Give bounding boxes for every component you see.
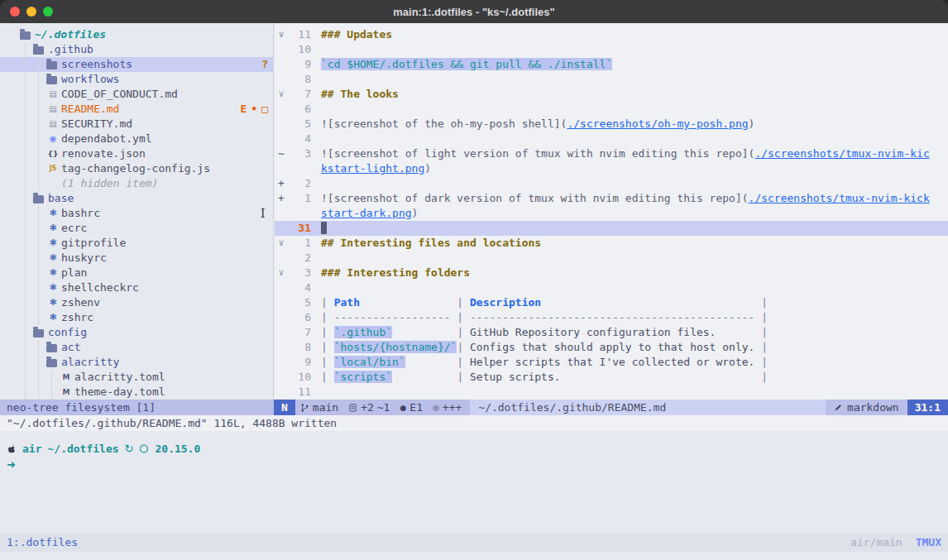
text-segment: ### Updates: [321, 28, 392, 41]
text-segment: `cd $HOME/.dotfiles && git pull && ./ins…: [321, 58, 612, 70]
hidden-items-note[interactable]: (1 hidden item): [0, 176, 273, 191]
editor-line[interactable]: 6| ------------------ | ----------------…: [275, 310, 948, 325]
folder-icon: [33, 329, 44, 337]
tree-item[interactable]: JStag-changelog-config.js: [0, 161, 273, 176]
editor-line[interactable]: 5![screenshot of the oh-my-posh shell](.…: [275, 117, 948, 132]
editor-line[interactable]: ∨7## The looks: [275, 87, 948, 102]
shell-input-line[interactable]: ➜: [0, 457, 948, 472]
tree-item[interactable]: ~/.dotfiles: [0, 27, 273, 42]
tree-item[interactable]: ✱zshrc: [0, 310, 273, 325]
tree-item[interactable]: workflows: [0, 72, 273, 87]
pencil-icon: [834, 403, 843, 412]
neo-tree-status-text: neo-tree filesystem [1]: [7, 400, 156, 415]
editor-line[interactable]: ∨3### Interesting folders: [275, 266, 948, 280]
config-file-icon: ✱: [46, 236, 60, 251]
git-branch-segment[interactable]: main: [295, 400, 343, 415]
editor-line[interactable]: ∨1## Interesting files and locations: [275, 236, 948, 251]
tmux-session[interactable]: 1:.dotfiles: [7, 535, 78, 550]
markdown-link[interactable]: ./screenshots/tmux-nvim-kic: [754, 147, 929, 160]
markdown-link[interactable]: kstart-light.png: [321, 162, 424, 175]
tree-item[interactable]: base: [0, 191, 273, 206]
mode-indicator: N: [274, 400, 295, 415]
editor-line[interactable]: 8: [275, 72, 948, 87]
editor-line[interactable]: ∨11### Updates: [275, 27, 948, 42]
editor-line[interactable]: ~3![screenshot of light version of tmux …: [275, 146, 948, 161]
gutter-spacer: [275, 42, 288, 57]
editor-line[interactable]: 9`cd $HOME/.dotfiles && git pull && ./in…: [275, 57, 948, 72]
editor-line[interactable]: 5| Path | Description |: [275, 295, 948, 310]
editor-line[interactable]: 11: [275, 385, 948, 400]
editor-line[interactable]: kstart-light.png): [275, 161, 948, 176]
tree-item[interactable]: ✱bashrc: [0, 206, 273, 221]
indent-guide: [20, 176, 33, 191]
js-file-icon: JS: [46, 161, 60, 176]
fold-marker-icon[interactable]: ∨: [275, 236, 288, 251]
tree-item[interactable]: {}renovate.json: [0, 146, 273, 161]
editor-line[interactable]: 6: [275, 102, 948, 117]
node-icon: [139, 443, 149, 454]
editor-line[interactable]: 7| `.github` | GitHub Repository configu…: [275, 325, 948, 340]
tree-item[interactable]: ▤README.mdE•□: [0, 102, 273, 117]
indent-guide: [20, 72, 33, 87]
close-button[interactable]: [10, 7, 20, 17]
line-number: 1: [288, 236, 311, 251]
text-segment: |: [561, 371, 768, 383]
minimize-button[interactable]: [26, 7, 36, 17]
tree-item[interactable]: ✱ecrc: [0, 221, 273, 236]
line-number: 3: [288, 146, 311, 161]
tree-item[interactable]: ◉dependabot.yml: [0, 132, 273, 146]
tree-item[interactable]: ▤CODE_OF_CONDUCT.md: [0, 87, 273, 102]
fold-marker-icon[interactable]: ∨: [275, 27, 288, 42]
tree-item[interactable]: .github: [0, 42, 273, 57]
fold-marker-icon[interactable]: ∨: [275, 266, 288, 280]
gutter-spacer: [275, 72, 288, 87]
line-number: 31: [288, 221, 311, 236]
tree-item[interactable]: ✱gitprofile: [0, 236, 273, 251]
line-number: 10: [288, 370, 311, 385]
diagnostic-icon: ●: [400, 400, 406, 415]
tree-item[interactable]: screenshots?: [0, 57, 273, 72]
markdown-link[interactable]: start-dark.png: [321, 207, 412, 219]
tree-item[interactable]: config: [0, 325, 273, 340]
editor-line[interactable]: 4: [275, 132, 948, 146]
editor-line[interactable]: 10: [275, 42, 948, 57]
tree-item[interactable]: act: [0, 340, 273, 355]
editor-line[interactable]: 2: [275, 251, 948, 266]
markdown-link[interactable]: ./screenshots/oh-my-posh.png: [567, 117, 748, 130]
editor-line[interactable]: +2: [275, 176, 948, 191]
tree-item[interactable]: ✱zshenv: [0, 295, 273, 310]
editor-line[interactable]: 8| `hosts/{hostname}/`| Configs that sho…: [275, 340, 948, 355]
git-untracked-badge: ?: [261, 57, 268, 72]
line-text: start-dark.png): [311, 206, 418, 221]
indent-guide: [33, 221, 46, 236]
line-text: [311, 385, 321, 400]
markdown-link[interactable]: ./screenshots/tmux-nvim-kick: [749, 192, 930, 204]
editor-line[interactable]: 10| `scripts` | Setup scripts. |: [275, 370, 948, 385]
indent-guide: [20, 385, 33, 400]
indent-guide: [33, 87, 46, 102]
indent-guide: [20, 132, 33, 146]
folder-icon: [46, 76, 57, 84]
tree-item[interactable]: alacritty: [0, 355, 273, 370]
tree-item[interactable]: Malacritty.toml: [0, 370, 273, 385]
tree-item-label: plan: [61, 266, 87, 280]
editor-line[interactable]: 31: [275, 221, 948, 236]
editor-line[interactable]: start-dark.png): [275, 206, 948, 221]
fold-marker-icon[interactable]: ∨: [275, 87, 288, 102]
tree-item[interactable]: ▤SECURITY.md: [0, 117, 273, 132]
text-segment: Setup scripts.: [470, 371, 561, 383]
indent-guide: [33, 102, 46, 117]
tree-item[interactable]: ✱huskyrc: [0, 251, 273, 266]
text-segment: Configs that should apply to that host o…: [470, 341, 754, 353]
tmux-status-bar: 1:.dotfiles air/main TMUX: [0, 534, 948, 552]
indent-guide: [20, 370, 33, 385]
yaml-file-icon: ◉: [46, 132, 60, 146]
zoom-button[interactable]: [43, 7, 53, 17]
editor-line[interactable]: +1![screenshot of dark version of tmux w…: [275, 191, 948, 206]
editor-line[interactable]: 4: [275, 280, 948, 295]
indent-guide: [33, 72, 46, 87]
tree-item[interactable]: Mtheme-day.toml: [0, 385, 273, 400]
tree-item[interactable]: ✱plan: [0, 266, 273, 280]
editor-line[interactable]: 9| `local/bin` | Helper scripts that I'v…: [275, 355, 948, 370]
tree-item[interactable]: ✱shellcheckrc: [0, 280, 273, 295]
